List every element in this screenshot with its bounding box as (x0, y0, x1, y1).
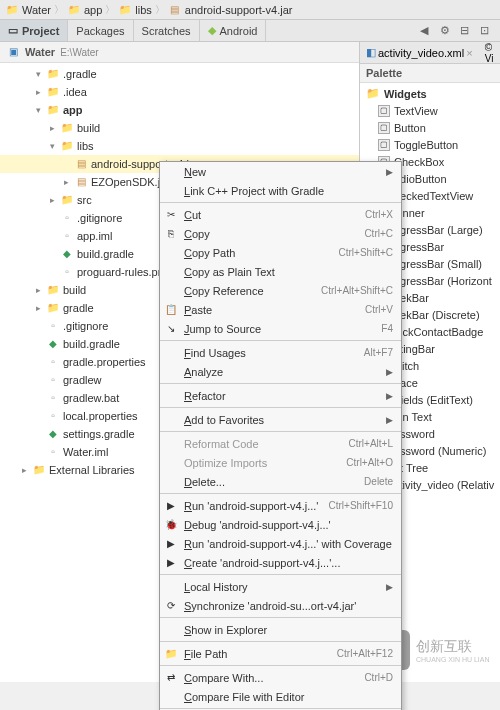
breadcrumb-item[interactable]: 📁Water (5, 3, 51, 17)
project-path: E:\Water (60, 47, 99, 58)
menu-item[interactable]: ✂CutCtrl+X (160, 205, 401, 224)
folder-icon: 📁 (5, 3, 19, 17)
gradle-icon: ◆ (46, 427, 60, 441)
tree-row[interactable]: ▸📁.idea (0, 83, 359, 101)
palette-item-label: eekBar (Discrete) (394, 309, 480, 321)
menu-item[interactable]: Copy ReferenceCtrl+Alt+Shift+C (160, 281, 401, 300)
palette-item[interactable]: ▢TextView (360, 102, 500, 119)
menu-item[interactable]: Show in Explorer (160, 620, 401, 639)
tree-label: .gradle (63, 68, 97, 80)
project-header: ▣ Water E:\Water (0, 42, 359, 63)
menu-shortcut: Ctrl+Alt+L (349, 438, 393, 449)
fld-icon: 📁 (32, 463, 46, 477)
menu-item[interactable]: Link C++ Project with Gradle (160, 181, 401, 200)
tree-row[interactable]: ▾📁app (0, 101, 359, 119)
menu-item[interactable]: Local History▶ (160, 577, 401, 596)
menu-item-label: Copy Reference (184, 285, 264, 297)
view-tabs: ▭Project Packages Scratches ◆Android ◀ ⚙… (0, 20, 500, 42)
menu-icon: ▶ (164, 499, 178, 513)
tree-label: libs (77, 140, 94, 152)
menu-item[interactable]: Find UsagesAlt+F7 (160, 343, 401, 362)
tab-android[interactable]: ◆Android (200, 20, 267, 41)
menu-icon: 🐞 (164, 518, 178, 532)
menu-item[interactable]: Compare File with Editor (160, 687, 401, 706)
menu-item[interactable]: 📁File PathCtrl+Alt+F12 (160, 644, 401, 663)
widget-icon: ▢ (378, 139, 390, 151)
menu-item[interactable]: ▶Run 'android-support-v4.j...' with Cove… (160, 534, 401, 553)
tree-row[interactable]: ▾📁.gradle (0, 65, 359, 83)
tree-row[interactable]: ▾📁libs (0, 137, 359, 155)
menu-item-label: Cut (184, 209, 201, 221)
context-menu: New▶Link C++ Project with Gradle✂CutCtrl… (159, 161, 402, 710)
gradle-icon: ◆ (46, 337, 60, 351)
menu-item[interactable]: ▶Run 'android-support-v4.j...'Ctrl+Shift… (160, 496, 401, 515)
menu-item[interactable]: ⟳Synchronize 'android-su...ort-v4.jar' (160, 596, 401, 615)
menu-shortcut: Ctrl+Alt+Shift+C (321, 285, 393, 296)
project-title: Water (25, 46, 55, 58)
tab-packages[interactable]: Packages (68, 20, 133, 41)
expand-arrow-icon[interactable]: ▸ (33, 87, 43, 97)
tree-label: build (77, 122, 100, 134)
fld-blue-icon: 📁 (60, 139, 74, 153)
editor-tab-partial[interactable]: © Vi (479, 42, 500, 63)
tree-label: gradlew.bat (63, 392, 119, 404)
menu-item[interactable]: Copy PathCtrl+Shift+C (160, 243, 401, 262)
menu-item[interactable]: Analyze▶ (160, 362, 401, 381)
close-icon[interactable]: × (466, 47, 472, 59)
menu-item[interactable]: Copy as Plain Text (160, 262, 401, 281)
menu-item[interactable]: ▶Create 'android-support-v4.j...'... (160, 553, 401, 572)
menu-item[interactable]: Refactor▶ (160, 386, 401, 405)
expand-arrow-icon[interactable]: ▾ (33, 69, 43, 79)
tree-label: proguard-rules.pro (77, 266, 168, 278)
tab-project[interactable]: ▭Project (0, 20, 68, 41)
breadcrumb-item[interactable]: ▤android-support-v4.jar (168, 3, 293, 17)
menu-item[interactable]: ↘Jump to SourceF4 (160, 319, 401, 338)
xml-icon: ◧ (366, 46, 376, 59)
menu-item[interactable]: ⎘CopyCtrl+C (160, 224, 401, 243)
menu-item[interactable]: 📋PasteCtrl+V (160, 300, 401, 319)
palette-item[interactable]: ▢Button (360, 119, 500, 136)
menu-icon: ▶ (164, 556, 178, 570)
menu-item-label: Synchronize 'android-su...ort-v4.jar' (184, 600, 356, 612)
breadcrumb-item[interactable]: 📁libs (118, 3, 152, 17)
folder-icon: 📁 (118, 3, 132, 17)
menu-item-label: Show in Explorer (184, 624, 267, 636)
expand-arrow-icon[interactable]: ▸ (33, 285, 43, 295)
tree-label: .gitignore (63, 320, 108, 332)
tree-label: build.gradle (77, 248, 134, 260)
gear-icon[interactable]: ⚙ (440, 24, 454, 38)
collapse-icon[interactable]: ⊟ (460, 24, 474, 38)
menu-shortcut: Ctrl+Shift+C (339, 247, 393, 258)
expand-arrow-icon[interactable]: ▾ (47, 141, 57, 151)
file-icon: ▫ (60, 265, 74, 279)
expand-arrow-icon[interactable]: ▸ (61, 177, 71, 187)
menu-item-label: Compare With... (184, 672, 263, 684)
expand-arrow-icon[interactable]: ▸ (47, 123, 57, 133)
nav-back-icon[interactable]: ◀ (420, 24, 434, 38)
menu-item: Reformat CodeCtrl+Alt+L (160, 434, 401, 453)
breadcrumb-item[interactable]: 📁app (67, 3, 102, 17)
tree-label: .idea (63, 86, 87, 98)
fld-blue-icon: 📁 (60, 193, 74, 207)
menu-icon: ▶ (164, 537, 178, 551)
menu-item[interactable]: Delete...Delete (160, 472, 401, 491)
breadcrumb: 📁Water〉 📁app〉 📁libs〉 ▤android-support-v4… (0, 0, 500, 20)
menu-item[interactable]: New▶ (160, 162, 401, 181)
expand-arrow-icon[interactable]: ▸ (47, 195, 57, 205)
menu-item[interactable]: 🐞Debug 'android-support-v4.j...' (160, 515, 401, 534)
fld-icon: 📁 (46, 301, 60, 315)
tab-scratches[interactable]: Scratches (134, 20, 200, 41)
palette-item-label: heckedTextView (394, 190, 473, 202)
menu-item[interactable]: Add to Favorites▶ (160, 410, 401, 429)
expand-arrow-icon[interactable]: ▾ (33, 105, 43, 115)
palette-item[interactable]: ▢ToggleButton (360, 136, 500, 153)
menu-shortcut: F4 (381, 323, 393, 334)
hide-icon[interactable]: ⊡ (480, 24, 494, 38)
expand-arrow-icon[interactable]: ▸ (19, 465, 29, 475)
palette-section[interactable]: 📁Widgets (360, 85, 500, 102)
expand-arrow-icon[interactable]: ▸ (33, 303, 43, 313)
tree-row[interactable]: ▸📁build (0, 119, 359, 137)
tree-label: build.gradle (63, 338, 120, 350)
menu-item[interactable]: ⇄Compare With...Ctrl+D (160, 668, 401, 687)
editor-tab[interactable]: ◧activity_video.xml× (360, 42, 479, 63)
